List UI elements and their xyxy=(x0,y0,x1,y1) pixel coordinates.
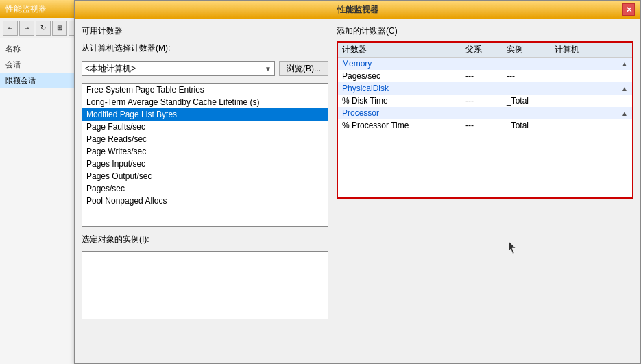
list-item[interactable]: Page Reads/sec xyxy=(82,133,328,145)
right-empty-area xyxy=(337,202,633,356)
close-button[interactable]: ✕ xyxy=(622,3,635,16)
group-header-text: PhysicalDisk xyxy=(342,84,389,93)
counters-body: Memory▲ Pages/sec --- --- PhysicalDisk▲ … xyxy=(338,58,632,132)
counter-name: Pages/sec xyxy=(342,71,465,81)
instance-label: 选定对象的实例(I): xyxy=(82,234,328,245)
chevron-up-icon[interactable]: ▲ xyxy=(621,60,628,68)
counter-computer xyxy=(555,121,628,130)
added-counters-container[interactable]: 计数器 父系 实例 计算机 Memory▲ Pages/sec --- --- … xyxy=(337,41,633,199)
instance-list[interactable] xyxy=(82,251,328,319)
computer-dropdown[interactable]: <本地计算机> ▼ xyxy=(82,61,275,76)
added-counters-label: 添加的计数器(C) xyxy=(337,25,633,37)
table-row[interactable]: Pages/sec --- --- xyxy=(338,70,632,82)
counter-computer xyxy=(555,96,628,106)
counter-list[interactable]: Free System Page Table EntriesLong-Term … xyxy=(82,83,328,227)
left-panel: 可用计数器 从计算机选择计数器(M): <本地计算机> ▼ 浏览(B)... F… xyxy=(82,25,328,356)
browse-button[interactable]: 浏览(B)... xyxy=(279,61,328,76)
dialog-title: 性能监视器 xyxy=(93,4,622,16)
col-header-computer: 计算机 xyxy=(555,44,628,56)
available-counters-label: 可用计数器 xyxy=(82,25,328,37)
counter-parent: --- xyxy=(465,96,507,106)
list-item[interactable]: Pool Nonpaged Allocs xyxy=(82,195,328,207)
list-item[interactable]: Page Faults/sec xyxy=(82,121,328,133)
counter-name: % Processor Time xyxy=(342,121,465,130)
counter-instance: _Total xyxy=(507,96,555,106)
list-item[interactable]: Pages Output/sec xyxy=(82,170,328,182)
dialog-titlebar: 性能监视器 ✕ xyxy=(75,1,640,19)
computer-select-row: 从计算机选择计数器(M): xyxy=(82,43,328,54)
counter-parent: --- xyxy=(465,121,507,130)
group-header-text: Memory xyxy=(342,59,372,69)
dialog-body: 可用计数器 从计算机选择计数器(M): <本地计算机> ▼ 浏览(B)... F… xyxy=(75,19,640,363)
list-item[interactable]: Page Writes/sec xyxy=(82,145,328,158)
dialog-overlay: 性能监视器 ✕ 可用计数器 从计算机选择计数器(M): <本地计算机> ▼ 浏览… xyxy=(0,0,641,364)
computer-dropdown-row: <本地计算机> ▼ 浏览(B)... xyxy=(82,61,328,76)
group-header-text: Processor xyxy=(342,108,379,118)
mouse-cursor xyxy=(509,241,517,254)
svg-marker-0 xyxy=(509,241,516,254)
list-item[interactable]: Pages/sec xyxy=(82,182,328,195)
group-header: PhysicalDisk▲ xyxy=(338,82,632,95)
computer-dropdown-value: <本地计算机> xyxy=(85,63,136,75)
list-item[interactable]: Pages Input/sec xyxy=(82,158,328,170)
col-header-counter: 计数器 xyxy=(342,44,465,56)
dropdown-arrow-icon: ▼ xyxy=(265,65,271,73)
list-item[interactable]: Modified Page List Bytes xyxy=(82,108,328,121)
counter-parent: --- xyxy=(465,71,507,81)
computer-select-label: 从计算机选择计数器(M): xyxy=(82,43,170,54)
table-row[interactable]: % Processor Time --- _Total xyxy=(338,119,632,132)
group-header: Memory▲ xyxy=(338,58,632,70)
counter-computer xyxy=(555,71,628,81)
counter-instance: --- xyxy=(507,71,555,81)
right-panel: 添加的计数器(C) 计数器 父系 实例 计算机 Memory▲ Pages/se… xyxy=(337,25,633,356)
chevron-up-icon[interactable]: ▲ xyxy=(621,110,628,117)
counter-instance: _Total xyxy=(507,121,555,130)
performance-dialog: 性能监视器 ✕ 可用计数器 从计算机选择计数器(M): <本地计算机> ▼ 浏览… xyxy=(74,0,641,364)
list-item[interactable]: Free System Page Table Entries xyxy=(82,84,328,96)
chevron-up-icon[interactable]: ▲ xyxy=(621,85,628,93)
col-header-instance: 实例 xyxy=(507,44,555,56)
table-row[interactable]: % Disk Time --- _Total xyxy=(338,95,632,107)
counters-header-row: 计数器 父系 实例 计算机 xyxy=(338,43,632,58)
list-item[interactable]: Long-Term Average Standby Cache Lifetime… xyxy=(82,96,328,108)
counter-name: % Disk Time xyxy=(342,96,465,106)
col-header-parent: 父系 xyxy=(465,44,507,56)
group-header: Processor▲ xyxy=(338,107,632,119)
